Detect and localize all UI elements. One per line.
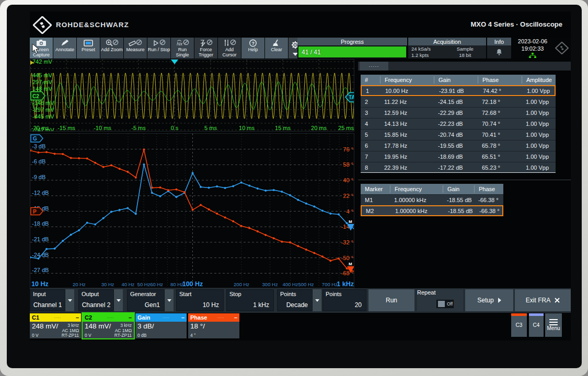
table-row[interactable]: M21.00000 kHz-18.55 dB-66.38 ° [361,205,503,216]
fra-points-mode-field[interactable]: Points Decade [277,289,313,311]
bode-plot[interactable]: -3 dB-6 dB-9 dB-12 dB-15 dB-18 dB-21 dB-… [30,133,354,288]
repeat-toggle[interactable]: Off [436,300,454,308]
data-point [248,184,250,186]
table-cell: 10.00 Hz [381,88,435,94]
minimize-icon[interactable]: – [76,314,79,321]
table-row[interactable]: M11.00000 kHz-18.55 dB-66.38 ° [361,194,503,205]
data-point [329,260,331,262]
gain-tick-label: -12 dB [32,190,49,196]
broom-icon [272,39,281,47]
run-single-button[interactable]: Nx Run Single [171,38,194,58]
freq-tick-label: 200 Hz [234,281,249,287]
minimize-icon[interactable]: – [181,314,185,321]
channel-name: Gain [137,314,150,321]
fra-input-dropdown[interactable] [65,289,74,311]
channel-header: Phase·····– [188,313,239,322]
record-length: 1.2 kpts [411,52,447,58]
minimize-icon[interactable]: – [129,314,132,321]
data-point [257,187,259,190]
fra-control-bar: Input Channel 1 Output Channel 2 Generat… [30,288,571,313]
data-point [354,271,354,273]
add-zoom-button[interactable]: Add Zoom [100,38,123,58]
menu-button[interactable]: Menu [545,313,562,337]
table-row[interactable]: 719.95 Hz-18.69 dB65.51 °1.00 Vpp [361,151,556,162]
table-cell: 17.78 Hz [380,143,434,149]
table-row[interactable]: 822.39 Hz-17.22 dB65.23 °1.00 Vpp [361,162,556,173]
table-row[interactable]: 312.59 Hz-22.29 dB72.68 °1.00 Vpp [361,107,556,118]
fra-generator-dropdown[interactable] [165,289,174,311]
table-cell: 1.00 Vpp [522,99,556,105]
help-button[interactable]: ? Help [241,38,264,58]
channel-c3-button[interactable]: C3 [511,313,527,337]
results-drag-tab[interactable]: ····· [360,62,388,70]
table-cell: 1.00 Vpp [522,143,556,149]
clear-button[interactable]: Clear [265,38,288,58]
info-panel[interactable]: Info [487,38,511,58]
phase-tick-label: -32 ° [341,239,353,245]
table-cell: 70.74 ° [478,121,522,127]
table-row[interactable]: 515.85 Hz-20.74 dB70.41 °1.00 Vpp [361,129,556,140]
data-point [183,191,186,193]
channel-badge-c1[interactable]: C1·····–248 mV/3 kHz AC 1MΩ0 VRT-ZP11 [30,313,81,338]
data-point [30,149,31,151]
clock-panel[interactable]: 2023-02-06 19:02:33 [512,38,571,58]
table-row[interactable]: 617.78 Hz-19.55 dB65.78 °1.00 Vpp [361,140,556,151]
exit-fra-button[interactable]: Exit FRA [515,289,571,311]
channel-badge-phase[interactable]: Phase·····–18 °/4 ° [188,313,239,338]
freq-tick-label: 500 Hz [298,281,314,287]
channel-offset: 4 ° [190,333,196,338]
channel-badge-gain[interactable]: Gain·····–3 dB/0 dB [135,313,187,338]
data-point [78,157,80,159]
time-tick-label: 25 ms [338,125,354,131]
waveform-plot[interactable]: 742 mV445 mV297 mV148 mV-148 mV-297 mV-4… [30,59,354,132]
add-cursor-button[interactable]: Add Cursor [218,38,241,58]
channel-badge-c2[interactable]: C2·····–148 mV/3 kHz AC 1MΩ0 VRT-ZP11 [83,313,134,338]
phase-axis-badge-label: P [33,209,37,215]
fra-generator-field[interactable]: Generator Gen1 [127,289,165,311]
table-row[interactable]: 110.00 Hz-23.91 dB74.42 °1.00 Vpp [361,85,556,96]
data-point [45,151,48,153]
setup-button[interactable]: Setup [465,289,513,311]
data-point [297,199,299,201]
panel-divider [358,180,571,180]
voltage-tick-label: 297 mV [32,79,53,85]
table-cell: 1.00 Vpp [522,110,556,116]
channel-c4-button[interactable]: C4 [529,313,544,337]
data-point [297,245,299,247]
data-point [54,152,56,155]
voltage-tick-label: -297 mV [32,107,54,113]
time-tick-label: 5 ms [204,125,217,131]
fra-points-mode-dropdown[interactable] [313,289,321,311]
table-row[interactable]: 414.13 Hz-22.23 dB70.74 °1.00 Vpp [361,118,556,129]
column-header: Amplitude [522,76,556,84]
fra-output-field[interactable]: Output Channel 2 [78,289,114,311]
question-icon: ? [249,39,257,47]
fra-start-field[interactable]: Start 10 Hz [176,289,224,311]
run-button[interactable]: Run [368,289,414,311]
force-trigger-button[interactable]: Force Trigger [194,38,217,58]
voltage-tick-label: 742 mV [32,59,53,65]
table-cell: 15.85 Hz [380,132,434,138]
fra-input-field[interactable]: Input Channel 1 [30,289,65,311]
fra-points-count-field[interactable]: Points 20 [322,289,366,311]
fra-stop-field[interactable]: Stop 1 kHz [226,289,274,311]
run-stop-button[interactable]: Run / Stop [147,38,170,58]
drag-handle-dots: ····· [92,315,129,320]
table-cell: -23.91 dB [435,88,479,94]
table-cell: 6 [361,143,380,149]
marker-label: M [349,262,352,266]
time-tick-label: 20 ms [311,125,327,131]
preset-button[interactable]: Preset [77,38,100,58]
c4-color-stripe [529,313,544,316]
annotate-button[interactable]: Annotate [53,38,76,58]
table-row[interactable]: 211.22 Hz-24.15 dB72.18 °1.00 Vpp [361,96,556,107]
measure-button[interactable]: Measure [124,38,147,58]
channel-name: C2 [85,314,92,321]
fra-output-dropdown[interactable] [114,289,123,311]
ruler-disabled-icon [129,39,142,47]
data-point [94,162,96,164]
data-point [175,189,177,191]
data-point [224,187,226,189]
acquisition-panel[interactable]: Acquisition 24 kSa/s Sample 1.2 kpts 18 … [408,38,486,58]
minimize-icon[interactable]: – [234,314,237,321]
